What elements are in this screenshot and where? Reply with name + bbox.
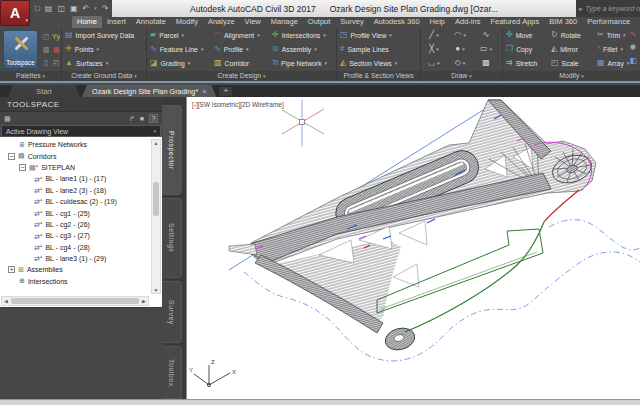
hatch-button[interactable]: ▩ [482,58,490,68]
tab-output[interactable]: Output [303,16,336,28]
tab-annotate[interactable]: Annotate [131,16,171,28]
line-button[interactable]: ╱▾ [429,30,438,40]
match-properties-icon[interactable]: ✎ [630,30,637,40]
collapse-icon[interactable]: − [19,164,26,171]
scale-button[interactable]: ◰Scale [548,56,594,70]
assembly-button[interactable]: ⊙ Assembly ▾ [269,42,335,56]
tab-performance[interactable]: Performance [582,16,635,28]
toolspace-button[interactable]: Toolspace [3,30,38,69]
surfaces-button[interactable]: ▲ Surfaces ▾ [62,56,146,70]
tab-insert[interactable]: Insert [102,16,131,28]
properties-palette-icon[interactable]: ◫ [43,32,50,42]
tree-item-bl-culdesac[interactable]: ⇄▴ BL - culdesac (2) - (19) [0,196,162,207]
help-icon[interactable]: ? [149,114,158,123]
tab-express-tools[interactable]: Express Tools [635,16,640,28]
tool-palettes-icon[interactable]: ▥ [43,45,50,55]
scrollbar-thumb[interactable] [153,182,159,216]
scroll-up-icon[interactable]: ▲ [152,140,160,146]
plot-icon[interactable]: ▣ [70,1,78,16]
draw-panel-label[interactable]: Draw ▾ [421,71,502,81]
rectangle-button[interactable]: ▭▾ [480,44,492,54]
redo-icon[interactable]: ↷ [102,1,109,16]
tab-help[interactable]: Help [425,16,450,28]
tab-featured-apps[interactable]: Featured Apps [485,16,544,28]
set-bylayer-icon[interactable]: ◧ [629,56,637,66]
circle-button[interactable]: ●▾ [455,44,464,54]
help-search-box[interactable]: ▸ Type a keyword or ph [576,0,640,17]
tree-item-bl-lane3[interactable]: ⇄▴ BL - lane3 (1) - (29) [0,253,162,264]
tab-prospector[interactable]: Prospector [162,105,182,195]
toolspace-dock-icon[interactable]: ■ [140,114,144,124]
tree-item-corridors[interactable]: − ▤ Corridors [0,150,162,161]
tree-horizontal-scrollbar[interactable]: ◀ ▶ [1,296,149,306]
undo-icon[interactable]: ↶ [83,1,90,16]
pipe-network-button[interactable]: Ti Pipe Network ▾ [269,56,335,70]
spline-button[interactable]: ∿ [483,30,490,40]
tree-item-siteplan[interactable]: − ▤▴ SITEPLAN [0,162,162,173]
mirror-button[interactable]: ◭Mirror [548,42,594,56]
polygon-button[interactable]: ◇▾ [455,58,466,68]
open-icon[interactable]: ▤ [45,1,53,16]
toolspace-title[interactable]: TOOLSPACE [0,97,162,112]
sample-lines-button[interactable]: # Sample Lines [337,42,420,56]
tab-modify[interactable]: Modify [171,16,203,28]
polyline-button[interactable]: ◡▾ [428,58,440,68]
start-tab[interactable]: Start [8,85,80,97]
rotate-button[interactable]: ↻Rotate [548,28,594,42]
tab-survey[interactable]: Survey [335,16,368,28]
surfaces-dropdown-icon[interactable]: ▾ [106,60,109,66]
design-center-icon[interactable]: ◰ [53,58,60,68]
scroll-down-icon[interactable]: ▼ [152,287,160,293]
toolspace-pin-icon[interactable]: ↱ [129,114,135,124]
profile-button[interactable]: ∿ Profile ▾ [211,42,269,56]
tab-home[interactable]: Home [72,16,102,28]
tree-item-bl-cg4[interactable]: ⇄▴ BL - cg4 - (28) [0,242,162,253]
viewport-controls-label[interactable]: [-][SW Isometric][2D Wireframe] [192,101,284,109]
new-drawing-tab-button[interactable]: + [219,87,232,96]
tab-bim360[interactable]: BIM 360 [544,16,582,28]
tab-survey[interactable]: Survey [162,281,182,343]
view-selector-dropdown[interactable]: Active Drawing View ▾ [1,125,161,137]
toolbox-palette-icon[interactable]: ▦ [53,45,60,55]
tree-item-intersections[interactable]: ⊕ Intersections [0,276,162,287]
tree-vertical-scrollbar[interactable]: ▲ ▼ [151,139,161,294]
modify-panel-label[interactable]: Modify ▾ [503,71,640,81]
arc-button[interactable]: ◠▾ [454,30,466,40]
corridor-button[interactable]: ▥ Corridor [211,56,269,70]
feature-line-button[interactable]: ∿ Feature Line ▾ [147,42,211,56]
scrollbar-thumb[interactable] [11,298,139,304]
close-icon[interactable]: × [202,88,206,95]
document-tab[interactable]: Ozark Design Site Plan Grading* × [82,85,216,97]
tree-item-bl-cg3[interactable]: ⇄▴ BL - cg3 - (27) [0,230,162,241]
section-views-button[interactable]: ◭ Section Views ▾ [337,56,420,70]
psv-panel-label[interactable]: Profile & Section Views [337,71,420,81]
scroll-left-icon[interactable]: ◀ [2,298,10,304]
tab-analyze[interactable]: Analyze [203,16,240,28]
parcel-button[interactable]: ▰ Parcel ▾ [147,28,211,42]
points-button[interactable]: ✛ Points ▾ [62,42,146,56]
construction-line-button[interactable]: ╳▾ [429,44,438,54]
tree-item-bl-cg2[interactable]: ⇄▴ BL - cg2 - (26) [0,219,162,230]
expand-icon[interactable]: + [8,266,15,273]
tree-item-assemblies[interactable]: + ⊞ Assemblies [0,264,162,275]
tree-item-pressure-networks[interactable]: ≣ Pressure Networks [0,139,162,150]
collapse-icon[interactable]: − [8,153,15,160]
styles-palette-icon[interactable]: Yy [52,32,60,42]
intersections-button[interactable]: ✚ Intersections ▾ [269,28,335,42]
scroll-right-icon[interactable]: ▶ [140,298,148,304]
tab-addins[interactable]: Add-ins [450,16,485,28]
tab-settings[interactable]: Settings [162,198,182,278]
tree-item-bl-lane1[interactable]: ⇄▴ BL - lane1 (1) - (17) [0,173,162,184]
points-dropdown-icon[interactable]: ▾ [97,46,100,52]
content-browser-icon[interactable]: ▯ [44,58,48,68]
tab-view[interactable]: View [240,16,266,28]
tab-manage[interactable]: Manage [266,16,303,28]
tree-item-bl-lane2[interactable]: ⇄▴ BL - lane2 (3) - (18) [0,185,162,196]
profile-view-button[interactable]: ◳ Profile View ▾ [337,28,420,42]
palettes-panel-label[interactable]: Palettes ▾ [0,71,61,81]
drawing-viewport[interactable]: Z Y X [-][SW Isometric][2D Wireframe] [186,97,640,399]
alignment-button[interactable]: ◠ Alignment ▾ [211,28,269,42]
stretch-button[interactable]: ⇉Stretch [503,56,548,70]
search-go-icon[interactable]: ▸ [579,5,583,13]
drawing-canvas[interactable]: Z Y X [-][SW Isometric][2D Wireframe] [187,97,640,399]
